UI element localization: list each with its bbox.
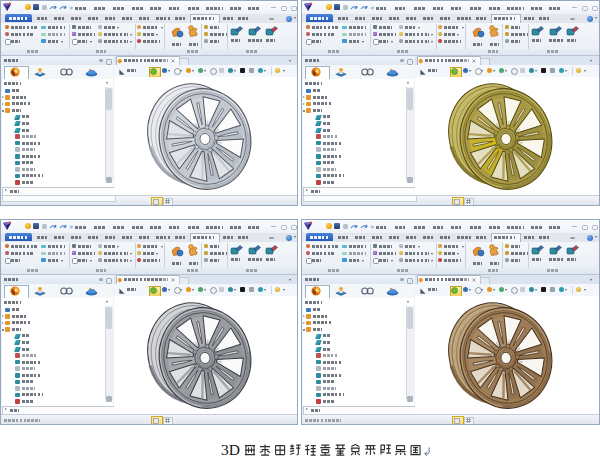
svg-text:3D: 3D [221,441,240,458]
